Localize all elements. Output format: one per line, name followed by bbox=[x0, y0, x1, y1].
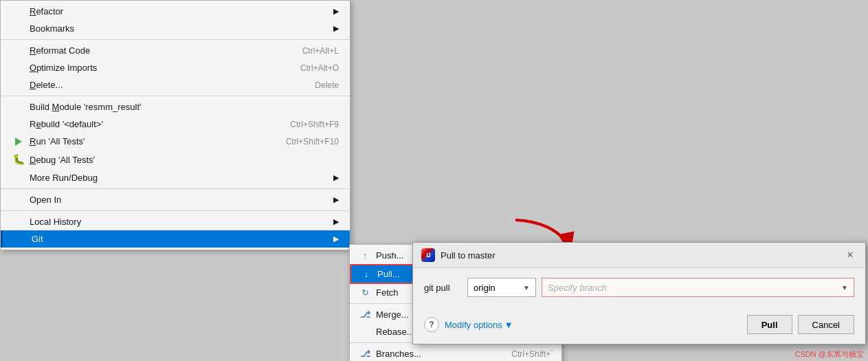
menu-label-delete: Delete... bbox=[30, 80, 63, 90]
origin-value: origin bbox=[474, 283, 496, 293]
menu-label-refactor: Refactor bbox=[30, 6, 63, 17]
reformat-shortcut: Ctrl+Alt+L bbox=[282, 46, 339, 56]
dialog-titlebar: IJ Pull to master × bbox=[413, 243, 865, 268]
branch-placeholder: Specify branch bbox=[548, 283, 607, 293]
modify-options-label: Modify options bbox=[445, 320, 502, 330]
menu-item-bookmarks[interactable]: Bookmarks ▶ bbox=[1, 20, 350, 37]
pull-icon: ↓ bbox=[359, 269, 373, 279]
menu-label-openin: Open In bbox=[30, 195, 61, 205]
refactor-arrow: ▶ bbox=[326, 7, 339, 16]
morerun-arrow: ▶ bbox=[326, 173, 339, 182]
openin-arrow: ▶ bbox=[326, 195, 339, 204]
menu-label-reformat: Reformat Code bbox=[30, 45, 90, 56]
branches-icon: ⎇ bbox=[358, 349, 372, 359]
run-shortcut: Ctrl+Shift+F10 bbox=[265, 137, 339, 146]
menu-label-run: Run 'All Tests' bbox=[30, 136, 85, 146]
app-icon-text: IJ bbox=[426, 252, 430, 259]
submenu-item-branches[interactable]: ⎇ Branches... Ctrl+Shift+` bbox=[350, 345, 561, 361]
dialog-close-button[interactable]: × bbox=[843, 248, 857, 262]
delete-shortcut: Delete bbox=[294, 80, 339, 90]
git-pull-label: git pull bbox=[424, 283, 462, 293]
play-triangle bbox=[15, 138, 22, 146]
sep4 bbox=[1, 210, 350, 211]
rebuild-shortcut: Ctrl+Shift+F9 bbox=[269, 120, 339, 129]
sep1 bbox=[1, 39, 350, 40]
dialog-footer: ? Modify options ▼ Pull Cancel bbox=[413, 315, 865, 344]
submenu-label-fetch: Fetch bbox=[376, 287, 399, 298]
menu-item-delete[interactable]: Delete... Delete bbox=[1, 76, 350, 94]
menu-label-debug: Debug 'All Tests' bbox=[30, 155, 95, 165]
menu-label-morerun: More Run/Debug bbox=[30, 173, 98, 183]
origin-select[interactable]: origin ▼ bbox=[467, 278, 536, 297]
cancel-button[interactable]: Cancel bbox=[798, 315, 854, 334]
menu-item-refactor[interactable]: Refactor ▶ bbox=[1, 3, 350, 20]
menu-item-debug[interactable]: 🐛 Debug 'All Tests' bbox=[1, 150, 350, 169]
context-menu: Refactor ▶ Bookmarks ▶ Reformat Code Ctr… bbox=[0, 0, 350, 250]
dialog-body: git pull origin ▼ Specify branch ▼ bbox=[413, 268, 865, 315]
git-arrow: ▶ bbox=[326, 234, 339, 243]
menu-label-optimize: Optimize Imports bbox=[30, 63, 97, 73]
submenu-label-merge: Merge... bbox=[376, 309, 409, 320]
sep3 bbox=[1, 188, 350, 189]
debug-bug-icon: 🐛 bbox=[12, 153, 25, 166]
bookmarks-arrow: ▶ bbox=[326, 24, 339, 33]
push-icon: ↑ bbox=[358, 250, 372, 261]
menu-item-morerun[interactable]: More Run/Debug ▶ bbox=[1, 169, 350, 186]
app-icon: IJ bbox=[421, 248, 435, 262]
menu-item-openin[interactable]: Open In ▶ bbox=[1, 191, 350, 208]
sep2 bbox=[1, 96, 350, 96]
branch-input[interactable]: Specify branch ▼ bbox=[542, 278, 854, 297]
menu-item-build[interactable]: Build Module 'resmm_result' bbox=[1, 98, 350, 116]
submenu-label-pull: Pull... bbox=[377, 269, 400, 279]
dialog-title: Pull to master bbox=[441, 250, 843, 261]
menu-item-git[interactable]: Git ▶ bbox=[1, 230, 350, 248]
watermark-text: CSDN @东离与糖宝 bbox=[795, 350, 864, 358]
modify-options-button[interactable]: Modify options ▼ bbox=[445, 320, 513, 330]
menu-item-reformat[interactable]: Reformat Code Ctrl+Alt+L bbox=[1, 42, 350, 59]
background-area bbox=[559, 0, 868, 244]
menu-item-optimize[interactable]: Optimize Imports Ctrl+Alt+O bbox=[1, 59, 350, 76]
localhistory-arrow: ▶ bbox=[326, 217, 339, 226]
menu-item-rebuild[interactable]: Rebuild '<default>' Ctrl+Shift+F9 bbox=[1, 116, 350, 133]
menu-label-rebuild: Rebuild '<default>' bbox=[30, 119, 103, 129]
submenu-label-branches: Branches... bbox=[376, 349, 421, 359]
watermark: CSDN @东离与糖宝 bbox=[795, 349, 864, 360]
menu-label-build: Build Module 'resmm_result' bbox=[30, 102, 142, 112]
submenu-label-push: Push... bbox=[376, 250, 403, 261]
menu-label-git: Git bbox=[32, 234, 43, 244]
debug-icon: 🐛 bbox=[12, 153, 25, 166]
help-button[interactable]: ? bbox=[424, 317, 439, 332]
optimize-shortcut: Ctrl+Alt+O bbox=[280, 63, 339, 73]
fetch-icon: ↻ bbox=[358, 287, 372, 298]
branches-shortcut: Ctrl+Shift+` bbox=[491, 349, 553, 359]
menu-label-localhistory: Local History bbox=[30, 217, 81, 227]
pull-button[interactable]: Pull bbox=[747, 315, 792, 334]
menu-label-bookmarks: Bookmarks bbox=[30, 23, 74, 34]
submenu-label-rebase: Rebase... bbox=[376, 327, 414, 337]
pull-button-label: Pull bbox=[761, 320, 778, 330]
branch-dropdown-arrow: ▼ bbox=[841, 284, 848, 292]
origin-dropdown-arrow: ▼ bbox=[523, 284, 530, 292]
cancel-button-label: Cancel bbox=[812, 320, 840, 330]
menu-item-run[interactable]: Run 'All Tests' Ctrl+Shift+F10 bbox=[1, 133, 350, 150]
help-symbol: ? bbox=[429, 320, 434, 329]
run-icon bbox=[12, 138, 25, 146]
menu-item-localhistory[interactable]: Local History ▶ bbox=[1, 213, 350, 230]
merge-icon: ⎇ bbox=[358, 309, 372, 320]
modify-options-arrow: ▼ bbox=[504, 320, 513, 330]
dialog-controls-row: git pull origin ▼ Specify branch ▼ bbox=[424, 278, 854, 297]
pull-dialog: IJ Pull to master × git pull origin ▼ Sp… bbox=[412, 242, 866, 344]
